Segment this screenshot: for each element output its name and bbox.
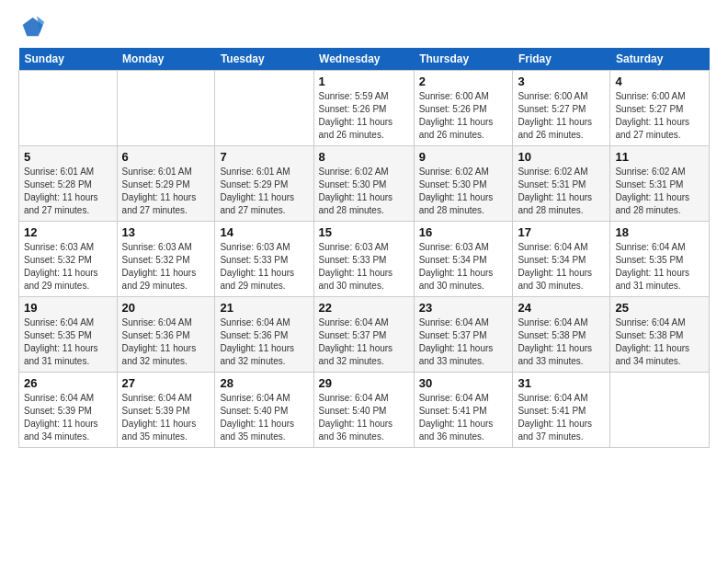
calendar-cell [19, 71, 118, 146]
day-info: Sunrise: 6:04 AM Sunset: 5:38 PM Dayligh… [615, 316, 704, 368]
day-info: Sunrise: 6:01 AM Sunset: 5:28 PM Dayligh… [24, 166, 112, 217]
day-number: 11 [615, 150, 704, 164]
calendar-cell: 3Sunrise: 6:00 AM Sunset: 5:27 PM Daylig… [513, 71, 610, 146]
calendar-cell: 23Sunrise: 6:04 AM Sunset: 5:37 PM Dayli… [414, 297, 513, 373]
day-info: Sunrise: 6:02 AM Sunset: 5:30 PM Dayligh… [419, 166, 508, 217]
calendar-cell [610, 373, 710, 448]
page: SundayMondayTuesdayWednesdayThursdayFrid… [0, 0, 728, 457]
calendar-cell: 25Sunrise: 6:04 AM Sunset: 5:38 PM Dayli… [610, 297, 710, 373]
calendar-week-4: 19Sunrise: 6:04 AM Sunset: 5:35 PM Dayli… [19, 297, 710, 373]
day-info: Sunrise: 6:04 AM Sunset: 5:35 PM Dayligh… [615, 241, 704, 293]
calendar-cell: 13Sunrise: 6:03 AM Sunset: 5:32 PM Dayli… [117, 222, 215, 297]
day-number: 21 [220, 301, 308, 315]
day-number: 25 [615, 301, 704, 315]
calendar-cell: 30Sunrise: 6:04 AM Sunset: 5:41 PM Dayli… [414, 373, 513, 448]
day-info: Sunrise: 6:04 AM Sunset: 5:34 PM Dayligh… [518, 241, 605, 293]
calendar-week-3: 12Sunrise: 6:03 AM Sunset: 5:32 PM Dayli… [19, 222, 710, 297]
day-info: Sunrise: 6:02 AM Sunset: 5:31 PM Dayligh… [518, 166, 605, 217]
header [18, 15, 710, 40]
day-info: Sunrise: 6:04 AM Sunset: 5:40 PM Dayligh… [319, 392, 409, 443]
calendar-header-row: SundayMondayTuesdayWednesdayThursdayFrid… [19, 48, 710, 71]
day-number: 16 [419, 225, 508, 239]
day-number: 3 [518, 75, 605, 88]
day-info: Sunrise: 6:04 AM Sunset: 5:37 PM Dayligh… [419, 316, 508, 368]
calendar-cell: 14Sunrise: 6:03 AM Sunset: 5:33 PM Dayli… [215, 222, 313, 297]
day-number: 19 [24, 301, 112, 315]
calendar-week-5: 26Sunrise: 6:04 AM Sunset: 5:39 PM Dayli… [19, 373, 710, 448]
day-info: Sunrise: 6:03 AM Sunset: 5:32 PM Dayligh… [24, 241, 112, 293]
day-info: Sunrise: 6:04 AM Sunset: 5:37 PM Dayligh… [319, 316, 409, 368]
day-info: Sunrise: 6:03 AM Sunset: 5:33 PM Dayligh… [220, 241, 308, 293]
day-number: 2 [419, 75, 508, 88]
day-info: Sunrise: 6:03 AM Sunset: 5:33 PM Dayligh… [319, 241, 409, 293]
calendar-cell: 11Sunrise: 6:02 AM Sunset: 5:31 PM Dayli… [610, 146, 710, 222]
day-number: 5 [24, 150, 112, 164]
calendar-cell: 10Sunrise: 6:02 AM Sunset: 5:31 PM Dayli… [513, 146, 610, 222]
calendar-cell: 8Sunrise: 6:02 AM Sunset: 5:30 PM Daylig… [313, 146, 414, 222]
day-number: 26 [24, 376, 112, 390]
day-number: 27 [122, 376, 210, 390]
calendar-cell: 5Sunrise: 6:01 AM Sunset: 5:28 PM Daylig… [19, 146, 118, 222]
day-number: 24 [518, 301, 605, 315]
day-info: Sunrise: 6:01 AM Sunset: 5:29 PM Dayligh… [220, 166, 308, 217]
calendar-header-friday: Friday [513, 48, 610, 71]
day-number: 1 [319, 75, 409, 88]
day-info: Sunrise: 5:59 AM Sunset: 5:26 PM Dayligh… [319, 90, 409, 142]
calendar-week-1: 1Sunrise: 5:59 AM Sunset: 5:26 PM Daylig… [19, 71, 710, 146]
day-info: Sunrise: 6:04 AM Sunset: 5:40 PM Dayligh… [220, 392, 308, 443]
day-info: Sunrise: 6:03 AM Sunset: 5:32 PM Dayligh… [122, 241, 210, 293]
calendar-cell: 9Sunrise: 6:02 AM Sunset: 5:30 PM Daylig… [414, 146, 513, 222]
day-number: 13 [122, 225, 210, 239]
calendar-cell: 6Sunrise: 6:01 AM Sunset: 5:29 PM Daylig… [117, 146, 215, 222]
day-number: 20 [122, 301, 210, 315]
calendar-cell: 1Sunrise: 5:59 AM Sunset: 5:26 PM Daylig… [313, 71, 414, 146]
day-number: 18 [615, 225, 704, 239]
calendar-header-sunday: Sunday [19, 48, 118, 71]
day-info: Sunrise: 6:04 AM Sunset: 5:35 PM Dayligh… [24, 316, 112, 368]
day-info: Sunrise: 6:04 AM Sunset: 5:39 PM Dayligh… [24, 392, 112, 443]
day-number: 10 [518, 150, 605, 164]
day-info: Sunrise: 6:01 AM Sunset: 5:29 PM Dayligh… [122, 166, 210, 217]
day-number: 14 [220, 225, 308, 239]
day-info: Sunrise: 6:04 AM Sunset: 5:41 PM Dayligh… [518, 392, 605, 443]
calendar-cell: 19Sunrise: 6:04 AM Sunset: 5:35 PM Dayli… [19, 297, 118, 373]
calendar-header-tuesday: Tuesday [215, 48, 313, 71]
calendar-cell [117, 71, 215, 146]
day-number: 7 [220, 150, 308, 164]
day-info: Sunrise: 6:04 AM Sunset: 5:39 PM Dayligh… [122, 392, 210, 443]
day-number: 22 [319, 301, 409, 315]
day-number: 17 [518, 225, 605, 239]
calendar-table: SundayMondayTuesdayWednesdayThursdayFrid… [18, 48, 710, 448]
calendar-cell: 7Sunrise: 6:01 AM Sunset: 5:29 PM Daylig… [215, 146, 313, 222]
day-number: 23 [419, 301, 508, 315]
calendar-cell: 20Sunrise: 6:04 AM Sunset: 5:36 PM Dayli… [117, 297, 215, 373]
calendar-header-monday: Monday [117, 48, 215, 71]
day-info: Sunrise: 6:04 AM Sunset: 5:36 PM Dayligh… [220, 316, 308, 368]
calendar-header-thursday: Thursday [414, 48, 513, 71]
day-info: Sunrise: 6:00 AM Sunset: 5:27 PM Dayligh… [615, 90, 704, 142]
day-info: Sunrise: 6:04 AM Sunset: 5:36 PM Dayligh… [122, 316, 210, 368]
calendar-cell: 17Sunrise: 6:04 AM Sunset: 5:34 PM Dayli… [513, 222, 610, 297]
day-number: 6 [122, 150, 210, 164]
calendar-cell: 16Sunrise: 6:03 AM Sunset: 5:34 PM Dayli… [414, 222, 513, 297]
day-number: 8 [319, 150, 409, 164]
calendar-cell: 4Sunrise: 6:00 AM Sunset: 5:27 PM Daylig… [610, 71, 710, 146]
calendar-cell: 31Sunrise: 6:04 AM Sunset: 5:41 PM Dayli… [513, 373, 610, 448]
day-info: Sunrise: 6:02 AM Sunset: 5:30 PM Dayligh… [319, 166, 409, 217]
day-number: 4 [615, 75, 704, 88]
calendar-cell: 22Sunrise: 6:04 AM Sunset: 5:37 PM Dayli… [313, 297, 414, 373]
logo-icon [18, 15, 44, 40]
day-info: Sunrise: 6:02 AM Sunset: 5:31 PM Dayligh… [615, 166, 704, 217]
day-info: Sunrise: 6:04 AM Sunset: 5:38 PM Dayligh… [518, 316, 605, 368]
calendar-cell: 12Sunrise: 6:03 AM Sunset: 5:32 PM Dayli… [19, 222, 118, 297]
day-info: Sunrise: 6:00 AM Sunset: 5:27 PM Dayligh… [518, 90, 605, 142]
day-number: 15 [319, 225, 409, 239]
calendar-cell: 24Sunrise: 6:04 AM Sunset: 5:38 PM Dayli… [513, 297, 610, 373]
day-number: 28 [220, 376, 308, 390]
calendar-header-saturday: Saturday [610, 48, 710, 71]
calendar-header-wednesday: Wednesday [313, 48, 414, 71]
calendar-cell: 29Sunrise: 6:04 AM Sunset: 5:40 PM Dayli… [313, 373, 414, 448]
logo [18, 15, 48, 40]
calendar-cell: 28Sunrise: 6:04 AM Sunset: 5:40 PM Dayli… [215, 373, 313, 448]
calendar-cell: 21Sunrise: 6:04 AM Sunset: 5:36 PM Dayli… [215, 297, 313, 373]
